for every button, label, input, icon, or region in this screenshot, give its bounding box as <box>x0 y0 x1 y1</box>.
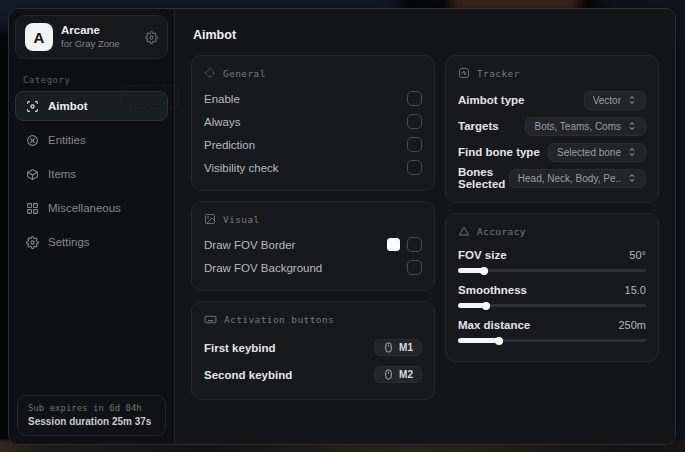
app-subtitle: for Gray Zone <box>61 38 137 49</box>
triangle-icon <box>458 225 470 237</box>
max-distance-setting: Max distance 250m <box>458 315 646 342</box>
slider-thumb[interactable] <box>480 267 488 275</box>
draw-fov-border-checkbox[interactable] <box>407 237 422 252</box>
session-duration-text: Session duration 25m 37s <box>28 416 155 427</box>
slider-fill <box>458 268 484 273</box>
slider-thumb[interactable] <box>495 337 503 345</box>
page-title: Aimbot <box>193 28 659 42</box>
package-icon <box>25 168 39 181</box>
slider-value: 50° <box>629 249 646 261</box>
setting-label: Max distance <box>458 319 530 331</box>
sub-expires-text: Sub expires in 6d 04h <box>28 403 155 413</box>
crosshair-scan-icon <box>25 100 39 113</box>
tracker-card: Tracker Aimbot type Vector Targets <box>445 55 659 203</box>
dropdown-value: Selected bone <box>557 147 621 158</box>
sidebar-nav: Aimbot Entities Items Miscellaneous <box>9 91 174 257</box>
activity-icon <box>458 67 470 79</box>
mouse-icon <box>383 369 394 380</box>
sidebar-item-label: Settings <box>48 236 90 248</box>
setting-label: Aimbot type <box>458 94 524 106</box>
section-title: Accuracy <box>477 226 526 237</box>
fov-border-color-swatch[interactable] <box>387 238 400 251</box>
setting-label: FOV size <box>458 249 507 261</box>
chevrons-up-down-icon <box>627 173 637 183</box>
sidebar-item-miscellaneous[interactable]: Miscellaneous <box>15 193 168 223</box>
second-keybind-button[interactable]: M2 <box>374 366 422 383</box>
section-title: Tracker <box>477 68 520 79</box>
sidebar-item-items[interactable]: Items <box>15 159 168 189</box>
section-title: General <box>223 68 266 79</box>
chevrons-up-down-icon <box>627 95 637 105</box>
sidebar-item-label: Aimbot <box>48 100 88 112</box>
slider-thumb[interactable] <box>482 302 490 310</box>
gear-icon <box>25 236 39 249</box>
setting-label: Bones Selected <box>458 166 509 190</box>
activation-card: Activation buttons First keybind M1 Seco… <box>191 301 435 400</box>
prediction-checkbox[interactable] <box>407 137 422 152</box>
app-logo-card: A Arcane for Gray Zone <box>15 15 168 59</box>
chevrons-up-down-icon <box>627 147 637 157</box>
fov-size-slider[interactable] <box>458 269 646 272</box>
setting-label: Enable <box>204 93 240 105</box>
setting-label: Always <box>204 116 240 128</box>
setting-label: Visibility check <box>204 162 279 174</box>
mouse-icon <box>383 342 394 353</box>
find-bone-type-dropdown[interactable]: Selected bone <box>548 143 646 162</box>
dropdown-value: Vector <box>593 95 621 106</box>
setting-label: Find bone type <box>458 146 540 158</box>
sidebar-item-label: Entities <box>48 134 86 146</box>
keyboard-icon <box>204 313 217 326</box>
sidebar-item-aimbot[interactable]: Aimbot <box>15 91 168 121</box>
general-card: General Enable Always Prediction <box>191 55 435 191</box>
aimbot-type-dropdown[interactable]: Vector <box>584 91 646 110</box>
slider-fill <box>458 338 499 343</box>
category-label: Category <box>9 65 174 91</box>
image-icon <box>204 213 216 225</box>
slider-value: 15.0 <box>625 284 646 296</box>
entities-icon <box>25 134 39 147</box>
chevrons-up-down-icon <box>627 121 637 131</box>
setting-label: Second keybind <box>204 369 292 381</box>
visual-card: Visual Draw FOV Border Draw FOV Backgrou… <box>191 201 435 291</box>
main-content: Aimbot General Enable <box>175 9 675 444</box>
smoothness-setting: Smoothness 15.0 <box>458 280 646 307</box>
slider-value: 250m <box>618 319 646 331</box>
app-logo: A <box>25 23 53 51</box>
cheat-menu-window: A Arcane for Gray Zone Category Aimbot <box>8 8 676 445</box>
targets-dropdown[interactable]: Bots, Teams, Coms <box>525 117 646 136</box>
first-keybind-button[interactable]: M1 <box>374 339 422 356</box>
setting-label: Targets <box>458 120 499 132</box>
setting-label: Smoothness <box>458 284 527 296</box>
section-title: Visual <box>223 214 260 225</box>
setting-label: First keybind <box>204 342 276 354</box>
always-checkbox[interactable] <box>407 114 422 129</box>
section-title: Activation buttons <box>224 314 334 325</box>
setting-label: Draw FOV Border <box>204 239 295 251</box>
accuracy-card: Accuracy FOV size 50° <box>445 213 659 362</box>
max-distance-slider[interactable] <box>458 339 646 342</box>
fov-size-setting: FOV size 50° <box>458 245 646 272</box>
keybind-value: M2 <box>399 369 413 380</box>
setting-label: Draw FOV Background <box>204 262 322 274</box>
enable-checkbox[interactable] <box>407 91 422 106</box>
sidebar: A Arcane for Gray Zone Category Aimbot <box>9 9 175 444</box>
keybind-value: M1 <box>399 342 413 353</box>
sidebar-item-settings[interactable]: Settings <box>15 227 168 257</box>
grid-icon <box>25 202 39 215</box>
draw-fov-background-checkbox[interactable] <box>407 260 422 275</box>
sidebar-item-label: Items <box>48 168 76 180</box>
bones-selected-dropdown[interactable]: Head, Neck, Body, Pe.. <box>509 169 646 188</box>
subscription-box: Sub expires in 6d 04h Session duration 2… <box>17 395 166 436</box>
crosshair-icon <box>204 67 216 79</box>
dropdown-value: Head, Neck, Body, Pe.. <box>518 173 621 184</box>
sidebar-item-label: Miscellaneous <box>48 202 121 214</box>
visibility-check-checkbox[interactable] <box>407 160 422 175</box>
setting-label: Prediction <box>204 139 255 151</box>
sidebar-item-entities[interactable]: Entities <box>15 125 168 155</box>
slider-fill <box>458 303 486 308</box>
app-name: Arcane <box>61 24 137 38</box>
gear-icon[interactable] <box>145 31 158 44</box>
smoothness-slider[interactable] <box>458 304 646 307</box>
dropdown-value: Bots, Teams, Coms <box>534 121 621 132</box>
